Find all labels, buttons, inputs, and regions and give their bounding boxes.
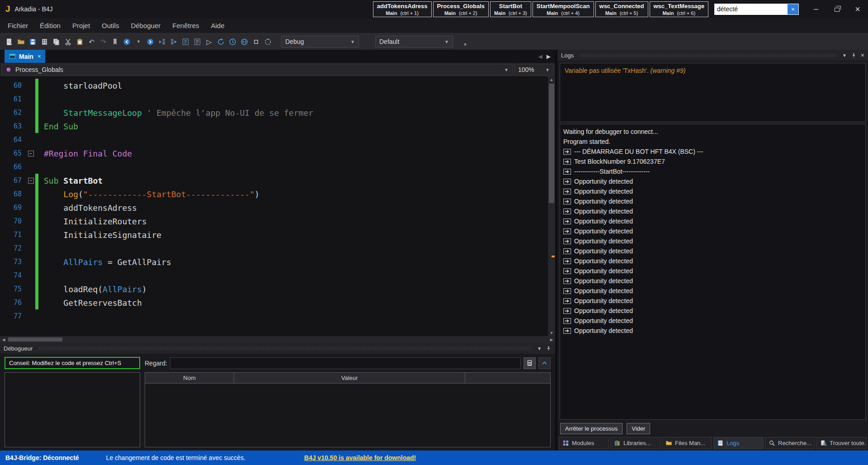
close-panel-icon[interactable]: × bbox=[861, 52, 864, 59]
quick-search-input[interactable] bbox=[714, 4, 788, 15]
code-line-76[interactable]: 76 GetReservesBatch bbox=[0, 296, 548, 309]
log-entry[interactable]: ------------StartBot------------- bbox=[563, 166, 862, 176]
log-entry[interactable]: --- DÉMARRAGE DU BOT HFT B4X (BSC) --- bbox=[563, 147, 862, 157]
stop-icon[interactable] bbox=[250, 36, 262, 47]
nav-forward-icon[interactable] bbox=[145, 36, 156, 47]
quicknav-startmempoolscan[interactable]: StartMempoolScan Main(ctrl + 4) bbox=[533, 1, 594, 17]
build-configuration-select[interactable]: Debug ▼ bbox=[281, 36, 359, 47]
scroll-down-icon[interactable]: ▼ bbox=[548, 330, 555, 336]
chevron-down-icon[interactable]: ▼ bbox=[842, 53, 847, 58]
log-entry[interactable]: Opportunity detected bbox=[563, 226, 862, 236]
comment-icon[interactable] bbox=[180, 36, 191, 47]
code-line-67[interactable]: 67 − Sub StartBot bbox=[0, 174, 548, 187]
code-line-64[interactable]: 64 bbox=[0, 133, 548, 147]
panel-tab-libraries[interactable]: Libraries... bbox=[610, 437, 660, 449]
undo-icon[interactable]: ↶ bbox=[86, 36, 97, 47]
search-clear-button[interactable]: × bbox=[788, 4, 798, 14]
panel-tab-modules[interactable]: Modules bbox=[559, 437, 609, 449]
pin-icon[interactable] bbox=[546, 346, 552, 351]
uncomment-icon[interactable] bbox=[192, 36, 203, 47]
debugger-variables-pane[interactable] bbox=[5, 372, 140, 447]
sub-selector[interactable]: Process_Globals ▼ bbox=[1, 64, 513, 76]
debugger-panel-header[interactable]: Débogueur ▼ bbox=[0, 343, 555, 354]
copy-icon[interactable] bbox=[51, 36, 62, 47]
evaluate-button[interactable] bbox=[524, 357, 536, 369]
panel-tab-trouver-toute[interactable]: Trouver toute... bbox=[816, 437, 867, 449]
fold-margin[interactable]: − bbox=[26, 178, 35, 184]
code-line-62[interactable]: 62 StartMessageLoop ' Empêche l'app No-U… bbox=[0, 106, 548, 119]
log-entry[interactable]: Opportunity detected bbox=[563, 196, 862, 206]
log-output[interactable]: Waiting for debugger to connect...Progra… bbox=[560, 124, 866, 420]
redo-icon[interactable]: ↷ bbox=[98, 36, 109, 47]
code-line-75[interactable]: 75 loadReq(AllPairs) bbox=[0, 282, 548, 296]
tab-close-icon[interactable]: × bbox=[38, 53, 41, 60]
maximize-button[interactable] bbox=[826, 0, 847, 18]
menu-projet[interactable]: Projet bbox=[66, 22, 96, 29]
schedule-icon[interactable] bbox=[227, 36, 238, 47]
chevron-down-icon[interactable]: ▼ bbox=[537, 346, 542, 351]
log-entry[interactable]: Opportunity detected bbox=[563, 236, 862, 246]
deploy-icon[interactable] bbox=[239, 36, 250, 47]
zoom-selector[interactable]: 100% ▼ bbox=[514, 64, 554, 76]
panel-tab-files-man[interactable]: Files Man... bbox=[662, 437, 712, 449]
menu-outils[interactable]: Outils bbox=[96, 22, 125, 29]
nav-history-icon[interactable]: ▼ bbox=[133, 36, 144, 47]
watch-input[interactable] bbox=[170, 357, 521, 369]
run-configuration-select[interactable]: Default ▼ bbox=[375, 36, 453, 47]
vertical-scrollbar[interactable]: ▲ ▼ bbox=[548, 76, 555, 336]
modules-grid-icon[interactable] bbox=[39, 36, 50, 47]
quicknav-wsc-connected[interactable]: wsc_Connected Main(ctrl + 5) bbox=[595, 1, 648, 17]
log-entry[interactable]: Opportunity detected bbox=[563, 306, 862, 316]
tab-main[interactable]: Main × bbox=[5, 50, 45, 63]
quicknav-startbot[interactable]: StartBot Main(ctrl + 3) bbox=[490, 1, 531, 17]
log-entry[interactable]: Opportunity detected bbox=[563, 266, 862, 276]
toolbar-overflow-icon[interactable]: ▼ bbox=[463, 42, 467, 47]
code-line-68[interactable]: 68 Log("------------StartBot------------… bbox=[0, 187, 548, 201]
warnings-box[interactable]: Variable pas utilisée 'TxHash'. (warning… bbox=[560, 63, 866, 122]
scroll-left-icon[interactable]: ◀ bbox=[0, 337, 7, 342]
code-editor[interactable]: 60 starloadPool 61 62 StartMessageLoop '… bbox=[0, 76, 555, 336]
tab-scroll-left-icon[interactable]: ◀ bbox=[538, 53, 542, 60]
panel-tab-recherche[interactable]: Recherche... bbox=[765, 437, 815, 449]
run-icon[interactable]: ▷ bbox=[203, 36, 215, 47]
log-entry[interactable]: Test BlockNumber 9.1706237E7 bbox=[563, 157, 862, 166]
code-line-77[interactable]: 77 bbox=[0, 309, 548, 323]
log-entry[interactable]: Opportunity detected bbox=[563, 296, 862, 306]
code-line-69[interactable]: 69 addTokensAdress bbox=[0, 201, 548, 214]
log-entry[interactable]: Opportunity detected bbox=[563, 286, 862, 296]
log-entry[interactable]: Program started. bbox=[563, 137, 862, 147]
bookmark-icon[interactable] bbox=[109, 36, 121, 47]
code-line-72[interactable]: 72 bbox=[0, 242, 548, 255]
horizontal-scroll-thumb[interactable] bbox=[8, 337, 62, 342]
menu-deboguer[interactable]: Déboguer bbox=[125, 22, 166, 29]
cut-icon[interactable] bbox=[62, 36, 74, 47]
clear-logs-button[interactable]: Vider bbox=[627, 423, 650, 434]
minimize-button[interactable]: – bbox=[806, 0, 826, 18]
fold-toggle-icon[interactable]: − bbox=[28, 151, 34, 157]
log-entry[interactable]: Opportunity detected bbox=[563, 216, 862, 226]
log-entry[interactable]: Opportunity detected bbox=[563, 206, 862, 216]
code-line-65[interactable]: 65 − #Region Final Code bbox=[0, 147, 548, 160]
scroll-up-icon[interactable]: ▲ bbox=[548, 76, 555, 83]
fold-margin[interactable]: − bbox=[26, 151, 35, 157]
update-link[interactable]: B4J v10.50 is available for download! bbox=[304, 454, 416, 461]
log-entry[interactable]: Opportunity detected bbox=[563, 176, 862, 186]
log-entry[interactable]: Opportunity detected bbox=[563, 326, 862, 336]
fold-toggle-icon[interactable]: − bbox=[28, 178, 34, 184]
indent-icon[interactable] bbox=[168, 36, 179, 47]
panel-tab-logs[interactable]: Logs bbox=[713, 437, 764, 449]
nav-back-icon[interactable] bbox=[121, 36, 132, 47]
watch-table-body[interactable] bbox=[145, 384, 550, 447]
horizontal-scrollbar[interactable]: ◀ ▶ bbox=[0, 336, 555, 343]
menu-fichier[interactable]: Fichier bbox=[2, 22, 34, 29]
stop-process-button[interactable]: Arrêter le processus bbox=[560, 423, 623, 434]
logs-panel-header[interactable]: Logs ▼ × bbox=[557, 50, 868, 61]
code-line-61[interactable]: 61 bbox=[0, 92, 548, 106]
tab-scroll-right-icon[interactable]: ▶ bbox=[547, 53, 551, 60]
pin-icon[interactable] bbox=[851, 52, 857, 58]
close-button[interactable]: × bbox=[847, 0, 868, 18]
log-entry[interactable]: Opportunity detected bbox=[563, 316, 862, 326]
menu-aide[interactable]: Aide bbox=[205, 22, 231, 29]
quicknav-addtokensadress[interactable]: addTokensAdress Main(ctrl + 1) bbox=[373, 1, 432, 17]
quick-search-box[interactable]: × bbox=[714, 3, 799, 15]
